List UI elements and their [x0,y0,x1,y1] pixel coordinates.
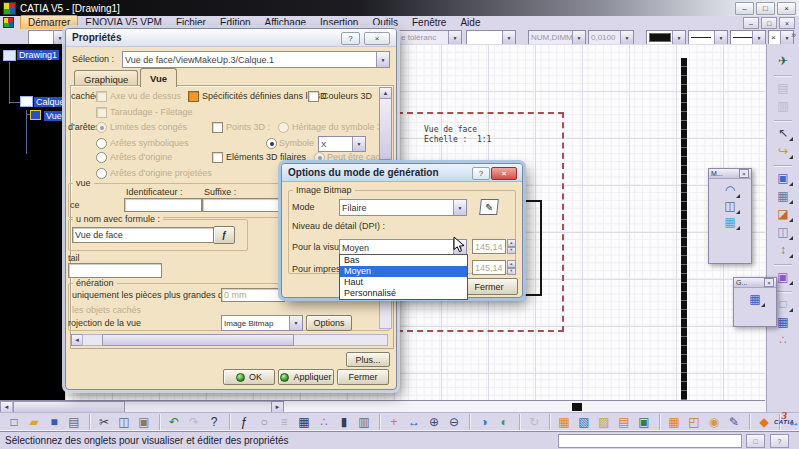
palette-m[interactable]: M... × ◠◫▦ [708,168,752,264]
help-pointer-icon[interactable]: ? [205,414,223,430]
num-format-combo[interactable]: NUM,DIMM▼ [528,30,586,45]
limites-radio[interactable] [96,122,107,133]
mdi-close-button[interactable]: × [779,17,795,29]
hatch-icon[interactable]: ▦ [721,214,739,230]
update-icon[interactable]: ▣ [635,414,653,430]
table-icon[interactable]: ▦ [295,414,313,430]
library-icon[interactable]: ▥ [774,98,792,114]
generative-table-icon[interactable]: ▦ [746,291,764,307]
projection-combo[interactable]: Image Bitmap▼ [221,315,303,331]
status-help-icon[interactable]: ? [770,434,789,448]
taille-min-input[interactable]: 0 mm [221,288,285,302]
dropdown-option-personnalise[interactable]: Personnalisé [340,288,467,299]
properties-help-button[interactable]: ? [341,32,360,45]
dropdown-option-haut[interactable]: Haut [340,277,467,288]
select-icon[interactable]: ↖ [774,120,792,141]
symbole-combo[interactable]: X▼ [318,136,366,152]
erase-icon[interactable]: ◪ [774,206,792,222]
lineweight-combo[interactable]: ▼ [730,30,766,45]
save-icon[interactable]: ■ [45,414,63,430]
options-button[interactable]: Options [306,315,352,331]
symboliques-radio[interactable] [96,138,107,149]
symbole-radio[interactable] [266,138,277,149]
apply-button[interactable]: Appliquer [278,369,334,385]
mirror-icon[interactable]: ◫ [721,198,739,214]
options-close-icon[interactable]: × [491,167,517,180]
axe-checkbox[interactable] [96,91,107,102]
view-wireframe-icon[interactable]: ◐ [495,414,513,430]
grid-icon[interactable]: ▦ [549,414,573,430]
status-dialog-icon[interactable]: □ [746,434,765,448]
dropdown-option-bas[interactable]: Bas [340,255,467,266]
print-dpi-spinner[interactable]: 145,14 ▲▼ [472,260,516,275]
couleurs3d-checkbox[interactable] [308,91,319,102]
zoom-in-icon[interactable]: ⊕ [425,414,443,430]
link-icon[interactable]: ≡ [275,414,293,430]
print-icon[interactable]: ▤ [65,414,83,430]
sheet-node-icon[interactable] [20,96,33,107]
edit-links-icon[interactable]: ✎ [479,199,499,215]
fly-mode-icon[interactable]: ✈ [774,53,792,69]
specificites-checkbox[interactable] [188,91,199,102]
drawing-node-icon[interactable] [3,50,16,61]
visu-dpi-spinner[interactable]: 145,14 ▲▼ [472,239,516,254]
properties-close-icon[interactable]: × [364,32,390,45]
palette-g[interactable]: G... × ▦ [733,277,777,327]
panel-vscroll-thumb[interactable] [379,98,392,160]
ok-button[interactable]: OK [223,369,275,385]
view-node-icon[interactable] [30,110,41,120]
detail-input[interactable] [68,263,162,278]
palette-g-close-icon[interactable]: × [764,278,774,287]
fit-all-icon[interactable]: + [379,414,403,430]
sheets-icon[interactable]: ▨ [595,414,613,430]
tab-vue[interactable]: Vue [140,68,177,87]
scatter-icon[interactable]: ∴ [774,332,792,348]
cut-icon[interactable]: ✂ [89,414,113,430]
new-document-icon[interactable]: □ [5,414,23,430]
minimize-button[interactable]: – [735,2,754,15]
menu-aide[interactable]: Aide [453,16,487,29]
sheet-swap-icon[interactable]: ↕ [774,242,792,258]
options-fermer-button[interactable]: Fermer [460,278,518,295]
power-input-field[interactable] [558,434,742,448]
dropdown-option-moyen[interactable]: Moyen [340,266,467,277]
component-icon[interactable]: ◰ [685,414,703,430]
undo-icon[interactable]: ↶ [159,414,183,430]
points3d-checkbox[interactable] [212,122,223,133]
person-icon[interactable]: ◉ [705,414,723,430]
close-button[interactable]: × [777,2,796,15]
origine-proj-radio[interactable] [96,168,107,179]
tolerance-combo[interactable]: e toléranc▼ [398,30,462,45]
options-help-button[interactable]: ? [472,167,490,180]
formula-icon[interactable]: ƒ [229,414,253,430]
selection-combo[interactable]: Vue de face/ViewMakeUp.3/Calque.1▼ [122,51,390,68]
sketch-icon[interactable]: ✎ [725,414,743,430]
redo-icon[interactable]: ↷ [185,414,203,430]
pan-icon[interactable]: ↔ [405,414,423,430]
views-creation-icon[interactable]: ▧ [575,414,593,430]
new-view-icon[interactable]: ▣ [774,165,792,186]
window-titlebar[interactable]: CATIA V5 - [Drawing1] – □ × [0,0,799,16]
restore-button[interactable]: □ [756,2,775,15]
mdi-restore-button[interactable]: □ [761,17,777,29]
swap-view-icon[interactable]: ↪ [774,143,792,159]
color-combo[interactable]: ▼ [646,30,686,45]
specification-tree[interactable]: Drawing1 Calque.1 Vue d [0,44,65,400]
menu-fenetre[interactable]: Fenêtre [405,16,453,29]
paste-icon[interactable]: ▣ [135,414,153,430]
plus-button[interactable]: Plus... [346,352,390,367]
views-pair-icon[interactable]: ◫ [774,224,792,240]
frame-title-block-icon[interactable]: ▤ [615,414,633,430]
stub-combo[interactable]: ▼ [28,30,67,45]
mdi-minimize-button[interactable]: – [743,17,759,29]
fermer-button[interactable]: Fermer [337,369,389,385]
comment-icon[interactable]: ○ [255,414,273,430]
toolbar-overflow-chevron[interactable]: » [791,30,796,40]
palette-m-close-icon[interactable]: × [739,169,749,178]
catalog-browser-icon[interactable]: ▤ [774,75,792,96]
precision-combo[interactable]: 0,0100▼ [588,30,634,45]
rules-icon[interactable]: ▥ [355,414,373,430]
origine-radio[interactable] [96,152,107,163]
identificateur-input[interactable] [124,198,202,212]
taraudage-checkbox[interactable] [96,107,107,118]
